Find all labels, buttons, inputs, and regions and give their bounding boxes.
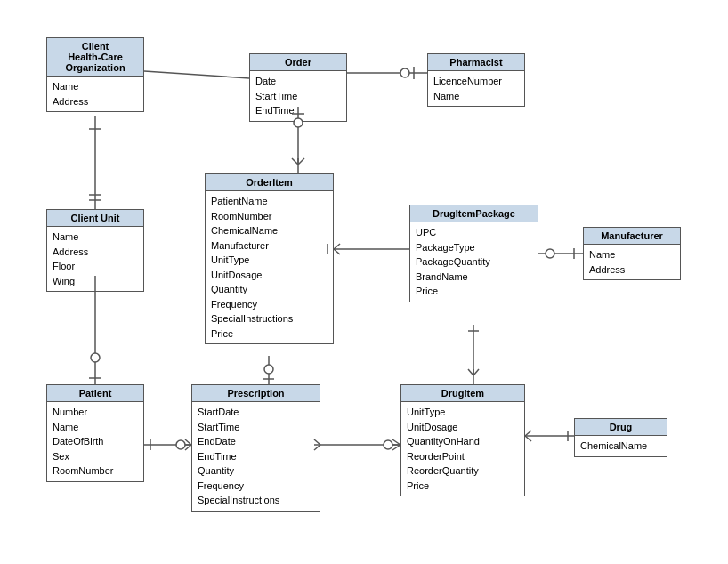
entity-drug-body: ChemicalName [575, 436, 667, 456]
entity-client-unit-header: Client Unit [47, 210, 143, 227]
svg-line-47 [525, 431, 531, 436]
svg-line-26 [473, 369, 479, 375]
entity-orderitem-header: OrderItem [206, 174, 333, 191]
entity-drug-header: Drug [575, 419, 667, 436]
svg-point-5 [91, 353, 100, 362]
entity-drugitem: DrugItem UnitType UnitDosage QuantityOnH… [400, 384, 525, 496]
erd-diagram: ClientHealth-CareOrganization Name Addre… [0, 0, 728, 564]
svg-point-34 [176, 440, 185, 449]
entity-patient-body: Number Name DateOfBirth Sex RoomNumber [47, 402, 143, 481]
svg-line-25 [468, 369, 473, 375]
svg-line-9 [298, 158, 304, 165]
svg-point-14 [400, 68, 409, 77]
entity-manufacturer-header: Manufacturer [584, 228, 680, 245]
svg-line-19 [334, 249, 340, 254]
entity-pharmacist-header: Pharmacist [428, 54, 524, 71]
entity-pharmacist-body: LicenceNumber Name [428, 71, 524, 106]
svg-line-48 [525, 436, 531, 441]
entity-drugitem-body: UnitType UnitDosage QuantityOnHand Reord… [401, 402, 524, 496]
svg-point-30 [264, 365, 273, 374]
entity-drugitempackage: DrugItemPackage UPC PackageType PackageQ… [409, 205, 538, 302]
entity-client-hco-body: Name Address [47, 77, 143, 111]
entity-patient: Patient Number Name DateOfBirth Sex Room… [46, 384, 144, 482]
svg-line-35 [185, 439, 191, 445]
svg-line-18 [334, 244, 340, 249]
entity-drugitempackage-header: DrugItemPackage [410, 205, 538, 222]
entity-prescription: Prescription StartDate StartTime EndDate… [191, 384, 320, 512]
entity-order: Order Date StartTime EndTime [249, 53, 347, 122]
entity-drugitempackage-body: UPC PackageType PackageQuantity BrandNam… [410, 222, 538, 302]
svg-point-42 [384, 440, 392, 449]
svg-line-43 [392, 439, 400, 445]
entity-patient-header: Patient [47, 385, 143, 402]
entity-client-hco-header: ClientHealth-CareOrganization [47, 38, 143, 77]
svg-line-36 [185, 445, 191, 450]
entity-orderitem-body: PatientName RoomNumber ChemicalName Manu… [206, 191, 333, 343]
entity-order-header: Order [250, 54, 346, 71]
entity-prescription-body: StartDate StartTime EndDate EndTime Quan… [192, 402, 320, 511]
svg-point-22 [546, 249, 554, 258]
entity-manufacturer: Manufacturer Name Address [583, 227, 681, 280]
entity-client-unit: Client Unit Name Address Floor Wing [46, 209, 144, 292]
entity-manufacturer-body: Name Address [584, 245, 680, 279]
entity-pharmacist: Pharmacist LicenceNumber Name [427, 53, 525, 107]
entity-drugitem-header: DrugItem [401, 385, 524, 402]
svg-line-16 [144, 71, 249, 78]
entity-orderitem: OrderItem PatientName RoomNumber Chemica… [205, 173, 334, 344]
entity-client-hco: ClientHealth-CareOrganization Name Addre… [46, 37, 144, 112]
svg-line-8 [292, 158, 298, 165]
entity-client-unit-body: Name Address Floor Wing [47, 227, 143, 291]
entity-order-body: Date StartTime EndTime [250, 71, 346, 121]
entity-prescription-header: Prescription [192, 385, 320, 402]
entity-drug: Drug ChemicalName [574, 418, 667, 457]
svg-line-44 [392, 445, 400, 450]
